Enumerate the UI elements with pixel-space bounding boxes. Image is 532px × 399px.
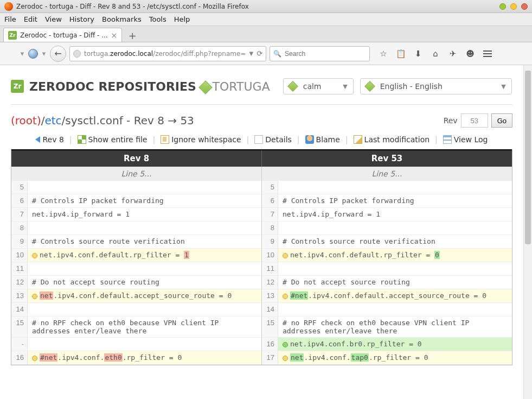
menu-help[interactable]: Help: [174, 15, 190, 23]
code-cell: net.ipv4.conf.default.rp_filter = 1: [28, 249, 261, 262]
search-input[interactable]: [285, 50, 366, 58]
rev8-link[interactable]: Rev 8: [35, 135, 63, 144]
change-bullet-icon: [283, 356, 288, 361]
document-icon: [254, 135, 263, 144]
toolbar-dropdown-icon[interactable]: ▾: [41, 49, 47, 58]
details-link[interactable]: Details: [254, 135, 292, 144]
site-identity-icon[interactable]: [73, 50, 81, 58]
last-modification-link[interactable]: Last modification: [354, 135, 430, 144]
line-number: 17: [262, 351, 278, 364]
line-number: 14: [262, 303, 278, 316]
url-dropdown-icon[interactable]: ▼: [249, 50, 253, 56]
menu-bar: File Edit View History Bookmarks Tools H…: [0, 13, 532, 26]
code-cell: #net.ipv4.conf.default.accept_source_rou…: [278, 289, 512, 302]
line-number: 6: [11, 194, 28, 207]
diff-row: 16#net.ipv4.conf.eth0.rp_filter = 0: [11, 351, 261, 365]
url-bar[interactable]: tortuga.zerodoc.local/zerodoc/diff.php?r…: [69, 46, 266, 61]
browser-tab[interactable]: Zr Zerodoc - tortuga - Diff - ... ×: [3, 28, 122, 42]
clipboard-icon[interactable]: 📋: [396, 49, 406, 59]
diff-col-right: 56# Controls IP packet forwarding7net.ip…: [262, 181, 512, 365]
send-icon[interactable]: ✈: [448, 49, 458, 59]
diff-row: 15# no RPF check on eth0 because VPN cli…: [262, 316, 512, 338]
window-close-button[interactable]: [521, 3, 528, 10]
code-cell: [278, 181, 512, 194]
line-number: 15: [262, 316, 278, 337]
diff-row: 10net.ipv4.conf.default.rp_filter = 1: [11, 249, 261, 262]
line-number: 7: [262, 208, 278, 221]
code-cell: [28, 303, 261, 316]
search-bar[interactable]: 🔍: [270, 46, 370, 61]
window-minimize-button[interactable]: [499, 3, 506, 10]
scrollbar-thumb[interactable]: [525, 71, 531, 244]
tab-strip: Zr Zerodoc - tortuga - Diff - ... × +: [0, 26, 532, 42]
window-title: Zerodoc - tortuga - Diff - Rev 8 and 53 …: [16, 3, 499, 10]
code-cell: [28, 221, 261, 235]
menu-history[interactable]: History: [69, 15, 94, 23]
downloads-icon[interactable]: ⬇: [413, 49, 423, 59]
line-number: 12: [11, 276, 28, 289]
theme-select[interactable]: calm▼: [283, 78, 354, 94]
code-cell: [28, 338, 261, 351]
chevron-down-icon: ▼: [343, 83, 347, 90]
window-titlebar: Zerodoc - tortuga - Diff - Rev 8 and 53 …: [0, 0, 532, 13]
breadcrumb-row: (root)/etc/sysctl.conf - Rev 8 → 53 Rev …: [11, 113, 512, 128]
apps-icon[interactable]: [4, 48, 16, 60]
line-number: 16: [262, 338, 278, 351]
repo-header: Zr ZERODOC REPOSITORIES TORTUGA calm▼ En…: [11, 78, 512, 94]
back-button[interactable]: ←: [50, 46, 66, 62]
url-text[interactable]: tortuga.zerodoc.local/zerodoc/diff.php?r…: [84, 50, 246, 58]
window-maximize-button[interactable]: [510, 3, 517, 10]
blame-link[interactable]: Blame: [305, 135, 340, 144]
code-cell: net.ipv4.ip_forward = 1: [278, 208, 512, 221]
diff-row: 10net.ipv4.conf.default.rp_filter = 0: [262, 249, 512, 262]
rev-input[interactable]: [461, 113, 488, 128]
code-cell: # Controls source route verification: [278, 235, 512, 248]
view-log-link[interactable]: View Log: [443, 135, 488, 144]
log-icon: [443, 135, 452, 144]
language-select[interactable]: English - English▼: [360, 78, 512, 94]
menu-edit[interactable]: Edit: [24, 15, 37, 23]
code-cell: [28, 262, 261, 275]
diff-row: 13net.ipv4.conf.default.accept_source_ro…: [11, 289, 261, 303]
breadcrumb-etc[interactable]: etc: [44, 114, 61, 127]
reload-button[interactable]: ⟳: [257, 49, 262, 58]
bookmark-star-icon[interactable]: ☆: [379, 49, 388, 59]
home-icon[interactable]: ⌂: [431, 49, 440, 59]
diff-col-left: 56# Controls IP packet forwarding7net.ip…: [11, 181, 262, 365]
show-entire-file-link[interactable]: Show entire file: [78, 135, 148, 144]
hamburger-menu-icon[interactable]: [483, 49, 492, 59]
breadcrumb-root[interactable]: (root): [11, 114, 41, 127]
diff-head-left: Rev 8: [11, 150, 262, 167]
ignore-whitespace-link[interactable]: Ignore whitespace: [161, 135, 241, 144]
line-number: 12: [262, 276, 278, 289]
diff-row: -: [11, 338, 261, 351]
toolbar-dropdown-icon[interactable]: ▾: [20, 49, 25, 58]
code-cell: # Controls IP packet forwarding: [278, 194, 512, 207]
line-number: 15: [11, 316, 28, 337]
go-button[interactable]: Go: [491, 113, 512, 128]
firefox-icon: [4, 2, 13, 11]
favicon-icon: Zr: [8, 31, 17, 40]
new-tab-button[interactable]: +: [125, 30, 139, 42]
line-number: 9: [262, 235, 278, 248]
globe-icon[interactable]: [28, 49, 38, 59]
diff-row: 17net.ipv4.conf.tap0.rp_filter = 0: [262, 351, 512, 365]
vertical-scrollbar[interactable]: [523, 65, 532, 399]
line-number: 10: [11, 249, 28, 262]
chat-icon[interactable]: ☻: [465, 49, 475, 59]
tab-close-button[interactable]: ×: [111, 31, 118, 39]
menu-tools[interactable]: Tools: [149, 15, 166, 23]
code-cell: # Controls source route verification: [28, 235, 261, 248]
change-bullet-icon: [32, 294, 37, 299]
diff-row: 5: [11, 181, 261, 194]
line-number: 14: [11, 303, 28, 316]
search-icon: 🔍: [273, 50, 281, 58]
diff-row: 7net.ipv4.ip_forward = 1: [262, 208, 512, 221]
menu-bookmarks[interactable]: Bookmarks: [102, 15, 142, 23]
diff-row: 6# Controls IP packet forwarding: [11, 194, 261, 208]
code-cell: net.ipv4.conf.default.rp_filter = 0: [278, 249, 512, 262]
breadcrumb-file: sysctl.conf: [65, 114, 123, 127]
menu-view[interactable]: View: [45, 15, 62, 23]
menu-file[interactable]: File: [4, 15, 16, 23]
diff-line-right: Line 5...: [262, 167, 512, 181]
